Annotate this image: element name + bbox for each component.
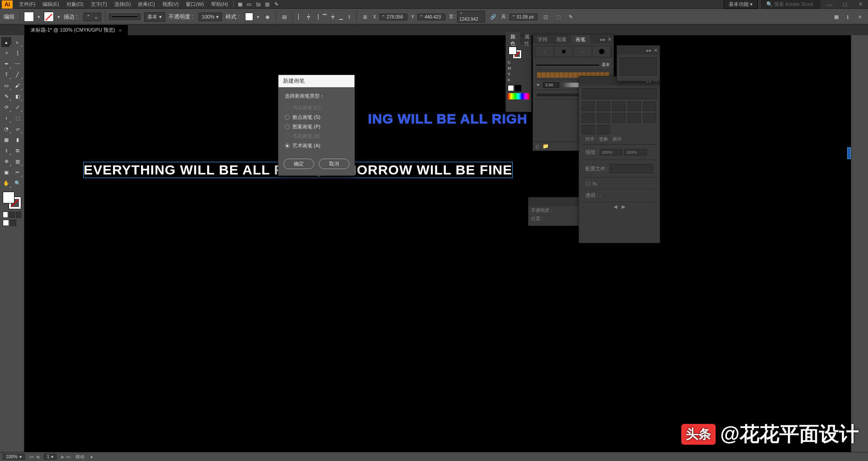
tab-color[interactable]: 颜色 bbox=[506, 32, 520, 48]
preset-med[interactable]: · bbox=[573, 46, 592, 57]
doc-setup-icon[interactable]: ▤ bbox=[280, 12, 289, 21]
ok-button[interactable]: 确定 bbox=[283, 159, 314, 169]
free-transform-tool[interactable]: ⬚ bbox=[13, 113, 23, 123]
shape-btn[interactable] bbox=[628, 102, 641, 111]
panel-toggle2-icon[interactable]: ⫿ bbox=[844, 12, 853, 21]
sync-icon[interactable]: ✎ bbox=[272, 0, 281, 9]
radio-pattern[interactable]: 图案画笔 (P) bbox=[285, 122, 348, 132]
x-input[interactable]: ⌃ 278.056 bbox=[379, 14, 407, 20]
menu-edit[interactable]: 编辑(E) bbox=[39, 0, 63, 9]
recolor-icon[interactable]: ◉ bbox=[263, 12, 272, 21]
fx-icon[interactable]: fx. bbox=[593, 181, 598, 186]
graph-tool[interactable]: ▥ bbox=[13, 156, 23, 166]
eyedropper-tool[interactable]: ⦀ bbox=[1, 146, 11, 155]
screen-mode-full[interactable] bbox=[10, 220, 16, 226]
tab-para[interactable]: 段落 bbox=[552, 35, 571, 44]
w-input[interactable]: ⌃ 1243.942 bbox=[457, 11, 485, 23]
shape-btn[interactable] bbox=[643, 113, 656, 122]
style-swatch[interactable] bbox=[245, 13, 253, 21]
gradient-tool[interactable]: ▮ bbox=[13, 135, 23, 145]
edit-icon[interactable]: ✎ bbox=[566, 12, 576, 21]
magic-wand-tool[interactable]: ✧ bbox=[1, 48, 11, 58]
search-stock-input[interactable]: 🔍 搜索 Adobe Stock bbox=[761, 0, 820, 9]
direct-select-tool[interactable]: ▹ bbox=[13, 37, 23, 47]
align-vcenter-icon[interactable]: ┿ bbox=[329, 12, 336, 21]
transform-dropdown[interactable] bbox=[582, 88, 657, 99]
maximize-icon[interactable]: ▢ bbox=[839, 1, 851, 8]
symbol-spray-tool[interactable]: ✲ bbox=[1, 156, 11, 166]
chevron-down-icon[interactable]: ▾ bbox=[257, 14, 259, 20]
fill-color[interactable] bbox=[3, 192, 14, 203]
shape-btn[interactable] bbox=[582, 113, 594, 122]
tab-attrs[interactable]: 属性 bbox=[520, 32, 534, 48]
collapse-icon[interactable]: ▸▸ bbox=[646, 47, 652, 53]
panel-close-icon[interactable]: ✕ bbox=[654, 47, 658, 53]
shape-btn[interactable] bbox=[582, 102, 594, 111]
lasso-tool[interactable]: ⟆ bbox=[13, 48, 23, 58]
tf-tab-transform[interactable]: 变换 bbox=[599, 136, 608, 142]
shape-btn[interactable] bbox=[613, 113, 625, 122]
curvature-tool[interactable]: 〰 bbox=[13, 59, 23, 69]
color-mode-gradient[interactable] bbox=[9, 212, 14, 218]
panel-toggle-icon[interactable]: ▦ bbox=[832, 12, 841, 21]
cancel-button[interactable]: 取消 bbox=[319, 159, 349, 169]
shape-builder-tool[interactable]: ◔ bbox=[1, 124, 11, 134]
fill-swatch[interactable] bbox=[24, 12, 34, 22]
color-mode-solid[interactable] bbox=[3, 212, 8, 218]
empty-panel[interactable]: ▸▸✕ bbox=[617, 45, 660, 81]
menu-help[interactable]: 帮助(H) bbox=[208, 0, 231, 9]
link-wh-icon[interactable]: 🔗 bbox=[489, 12, 498, 21]
brush-size-value[interactable]: 3.00 bbox=[543, 82, 559, 88]
mesh-tool[interactable]: ▦ bbox=[1, 135, 11, 145]
shape-btn[interactable] bbox=[597, 113, 610, 122]
panel-close-icon[interactable]: ✕ bbox=[608, 37, 612, 42]
status-menu-icon[interactable]: ▸ bbox=[91, 454, 93, 459]
tab-brush[interactable]: 画笔 bbox=[571, 35, 590, 44]
hand-tool[interactable]: ✋ bbox=[1, 178, 11, 188]
slice-tool[interactable]: ✂ bbox=[13, 167, 23, 177]
arrange-icon[interactable]: ▭ bbox=[245, 0, 254, 9]
menu-object[interactable]: 对象(O) bbox=[63, 0, 87, 9]
align-top-icon[interactable]: ▔ bbox=[321, 12, 328, 21]
shape-btn[interactable] bbox=[597, 102, 610, 111]
scale-tool[interactable]: ⤢ bbox=[13, 102, 23, 112]
canvas[interactable]: ING WILL BE ALL RIGH EVERYTHING WILL BE … bbox=[24, 35, 851, 452]
artboard-tool[interactable]: ▣ bbox=[1, 167, 11, 177]
fill-stroke-swatches[interactable] bbox=[1, 192, 23, 210]
align-bottom-icon[interactable]: ▁ bbox=[337, 12, 344, 21]
line-tool[interactable]: ╱ bbox=[13, 70, 23, 80]
tab-char[interactable]: 字符 bbox=[533, 35, 552, 44]
panel-fill-swatch[interactable] bbox=[509, 47, 517, 55]
prev-icon[interactable]: ◀ bbox=[613, 204, 617, 210]
next-icon[interactable]: ▶ bbox=[61, 454, 65, 459]
transform-panel[interactable]: ▸▸✕ 对齐 变换 路径 缩放 : 配置文件 : ▢fx. 透明 : - ◀▶ bbox=[579, 76, 660, 243]
blend-tool[interactable]: ⧉ bbox=[13, 146, 23, 155]
collapse-icon[interactable]: ▸▸ bbox=[600, 37, 606, 42]
profile-dd[interactable] bbox=[610, 164, 653, 173]
distribute-icon[interactable]: ⫴ bbox=[345, 12, 353, 21]
workspace-switcher[interactable]: 基本功能 ▾ bbox=[724, 0, 758, 9]
tf-tab-align[interactable]: 对齐 bbox=[585, 136, 594, 142]
rectangle-tool[interactable]: ▭ bbox=[1, 80, 11, 90]
brush-dropdown[interactable]: 基本 ▾ bbox=[144, 12, 165, 22]
first-icon[interactable]: ⏮ bbox=[29, 454, 34, 459]
shape-btn[interactable] bbox=[628, 113, 641, 122]
preset-small[interactable] bbox=[554, 46, 573, 57]
type-tool[interactable]: T bbox=[1, 70, 11, 80]
stroke-weight-input[interactable]: ⌃ ⌄ bbox=[83, 13, 101, 21]
chevron-down-icon[interactable]: ▾ bbox=[38, 14, 40, 20]
menu-type[interactable]: 文字(T) bbox=[87, 0, 111, 9]
menu-window[interactable]: 窗口(W) bbox=[182, 0, 208, 9]
isolate-icon[interactable]: ⬚ bbox=[554, 12, 563, 21]
h-input[interactable]: ⌃ 31.09 px bbox=[509, 14, 538, 20]
selection-tool[interactable]: ▴ bbox=[1, 37, 11, 47]
menu-effect[interactable]: 效果(C) bbox=[134, 0, 158, 9]
zoom-dropdown[interactable]: 100% ▾ bbox=[3, 454, 25, 460]
shape-btn[interactable] bbox=[597, 125, 610, 134]
document-tab[interactable]: 未标题-1* @ 100% (CMYK/GPU 预览) × bbox=[24, 24, 128, 35]
color-panel[interactable]: 颜色 属性 C M Y K bbox=[505, 35, 532, 112]
color-mode-none[interactable] bbox=[16, 212, 21, 218]
align-right-icon[interactable]: ▕ bbox=[313, 12, 320, 21]
layout-icon[interactable]: ▥ bbox=[263, 0, 272, 9]
align-hcenter-icon[interactable]: ┿ bbox=[305, 12, 312, 21]
